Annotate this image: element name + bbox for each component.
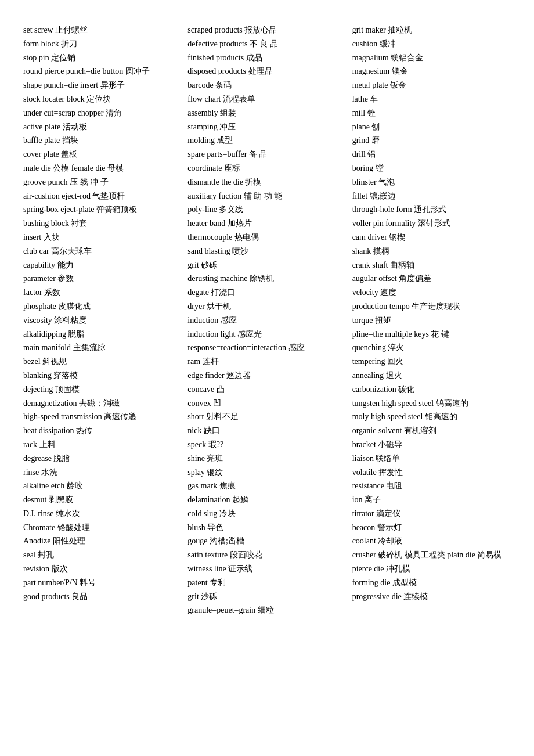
list-item: Chromate 铬酸处理	[23, 521, 182, 535]
column-1: set screw 止付螺丝form block 折刀stop pin 定位销r…	[23, 23, 187, 617]
list-item: defective products 不 良 品	[187, 37, 346, 51]
list-item: magnalium 镁铝合金	[352, 51, 511, 65]
list-item: barcode 条码	[187, 78, 346, 92]
list-item: nick 缺口	[187, 424, 346, 438]
list-item: tungsten high speed steel 钨高速的	[352, 397, 511, 411]
list-item: bezel 斜视规	[23, 355, 182, 369]
list-item: speck 瑕??	[187, 438, 346, 452]
list-item: quenching 淬火	[352, 341, 511, 355]
list-item: poly-line 多义线	[187, 203, 346, 217]
list-item: velocity 速度	[352, 286, 511, 300]
list-item: voller pin formality 滚针形式	[352, 217, 511, 231]
list-item: blanking 穿落模	[23, 369, 182, 383]
list-item: part number/P/N 料号	[23, 576, 182, 590]
list-item: spare parts=buffer 备 品	[187, 147, 346, 161]
list-item: club car 高尔夫球车	[23, 244, 182, 258]
list-item: Anodize 阳性处理	[23, 534, 182, 548]
list-item: induction 感应	[187, 314, 346, 327]
list-item: metal plate 钣金	[352, 78, 511, 92]
main-content: set screw 止付螺丝form block 折刀stop pin 定位销r…	[23, 23, 511, 617]
list-item: convex 凹	[187, 397, 346, 411]
list-item: liaison 联络单	[352, 452, 511, 466]
list-item: cam driver 钢楔	[352, 231, 511, 244]
list-item: granule=peuet=grain 细粒	[187, 603, 346, 617]
list-item: assembly 组装	[187, 106, 346, 120]
list-item: parameter 参数	[23, 272, 182, 286]
list-item: pierce die 冲孔模	[352, 562, 511, 576]
list-item: titrator 滴定仪	[352, 507, 511, 521]
list-item: insert 入块	[23, 231, 182, 244]
list-item: male die 公模 female die 母模	[23, 161, 182, 175]
list-item: shape punch=die insert 异形子	[23, 78, 182, 92]
column-2: scraped products 报放心品defective products …	[187, 23, 352, 617]
list-item: progressive die 连续模	[352, 590, 511, 604]
list-item: grit 沙砾	[187, 590, 346, 604]
list-item: capability 能力	[23, 258, 182, 272]
list-item: disposed products 处理品	[187, 64, 346, 78]
list-item: scraped products 报放心品	[187, 23, 346, 37]
list-item: main manifold 主集流脉	[23, 341, 182, 355]
list-item: moly high speed steel 钼高速的	[352, 410, 511, 424]
list-item: derusting machine 除锈机	[187, 272, 346, 286]
list-item: form block 折刀	[23, 37, 182, 51]
list-item: ion 离子	[352, 493, 511, 507]
list-item: shank 摸柄	[352, 244, 511, 258]
list-item: high-speed transmission 高速传递	[23, 410, 182, 424]
list-item: coolant 冷却液	[352, 534, 511, 548]
list-item: grit maker 抽粒机	[352, 23, 511, 37]
list-item: stamping 冲压	[187, 120, 346, 134]
list-item: grit 砂砾	[187, 258, 346, 272]
list-item: delamination 起鳞	[187, 493, 346, 507]
list-item: dryer 烘干机	[187, 300, 346, 314]
list-item: coordinate 座标	[187, 161, 346, 175]
list-item: concave 凸	[187, 383, 346, 397]
list-item: air-cushion eject-rod 气垫顶杆	[23, 189, 182, 203]
list-item: degrease 脱脂	[23, 452, 182, 466]
list-item: rinse 水洗	[23, 466, 182, 480]
list-item: shine 亮班	[187, 452, 346, 466]
list-item: ram 连杆	[187, 355, 346, 369]
list-item: short 射料不足	[187, 410, 346, 424]
list-item: good products 良品	[23, 590, 182, 604]
list-item: fillet 镶;嵌边	[352, 189, 511, 203]
list-item: magnesium 镁金	[352, 64, 511, 78]
list-item: blinster 气泡	[352, 175, 511, 189]
list-item: drill 铝	[352, 147, 511, 161]
list-item: cold slug 冷块	[187, 507, 346, 521]
list-item: alkalidipping 脱脂	[23, 327, 182, 341]
list-item: blush 导色	[187, 521, 346, 535]
list-item: mill 锉	[352, 106, 511, 120]
list-item: finished products 成品	[187, 51, 346, 65]
list-item: auxiliary fuction 辅 助 功 能	[187, 189, 346, 203]
list-item: beacon 警示灯	[352, 521, 511, 535]
list-item: seal 封孔	[23, 548, 182, 562]
column-3: grit maker 抽粒机cushion 缓冲magnalium 镁铝合金ma…	[352, 23, 511, 617]
list-item: torque 扭矩	[352, 314, 511, 327]
list-item: factor 系数	[23, 286, 182, 300]
list-item: revision 版次	[23, 562, 182, 576]
list-item: rack 上料	[23, 438, 182, 452]
list-item: bushing block 衬套	[23, 217, 182, 231]
list-item: forming die 成型模	[352, 576, 511, 590]
list-item: organic solvent 有机溶剂	[352, 424, 511, 438]
list-item: tempering 回火	[352, 355, 511, 369]
list-item: cushion 缓冲	[352, 37, 511, 51]
list-item: desmut 剥黑膜	[23, 493, 182, 507]
list-item: crusher 破碎机 模具工程类 plain die 简易模	[352, 548, 511, 562]
list-item: gas mark 焦痕	[187, 479, 346, 493]
list-item: viscosity 涂料粘度	[23, 314, 182, 327]
list-item: carbonization 碳化	[352, 383, 511, 397]
list-item: alkaline etch 龄咬	[23, 479, 182, 493]
list-item: flow chart 流程表单	[187, 92, 346, 106]
list-item: plane 刨	[352, 120, 511, 134]
list-item: demagnetization 去磁；消磁	[23, 397, 182, 411]
list-item: set screw 止付螺丝	[23, 23, 182, 37]
list-item: patent 专利	[187, 576, 346, 590]
list-item: dejecting 顶固模	[23, 383, 182, 397]
list-item: pline=the multiple keys 花 键	[352, 327, 511, 341]
list-item: induction light 感应光	[187, 327, 346, 341]
list-item: cover plate 盖板	[23, 147, 182, 161]
list-item: baffle plate 挡块	[23, 134, 182, 147]
list-item: grind 磨	[352, 134, 511, 147]
list-item: phosphate 皮膜化成	[23, 300, 182, 314]
